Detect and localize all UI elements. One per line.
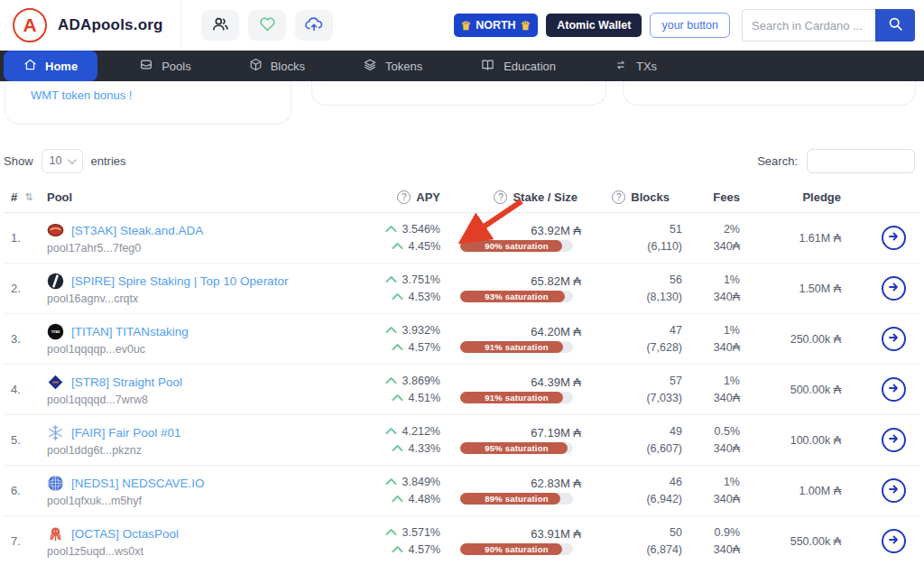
txs-icon — [614, 59, 628, 74]
your-button[interactable]: your button — [650, 13, 730, 38]
blocks-cell: 56(8,130) — [583, 272, 682, 306]
pledge-cell: 100.00k ₳ — [740, 434, 866, 447]
search-label: Search: — [757, 154, 798, 168]
main-nav: HomePoolsBlocksTokensEducationTXs — [0, 51, 924, 81]
pool-id: pool1qqqqd...7wrw8 — [47, 394, 318, 406]
pool-logo-icon: TITAN — [47, 323, 64, 340]
apy-up-icon — [392, 289, 403, 306]
pool-logo-icon — [47, 374, 64, 391]
nav-item-home[interactable]: Home — [4, 51, 97, 81]
arrow-right-icon — [887, 533, 900, 549]
arrow-right-icon — [887, 382, 900, 397]
search-button[interactable] — [875, 9, 915, 42]
apy-up-icon — [392, 339, 403, 357]
fees-cell: 2%340₳ — [682, 221, 740, 255]
brand[interactable]: A ADApools.org — [13, 8, 180, 42]
help-icon[interactable]: ? — [397, 190, 411, 204]
upload-button[interactable] — [295, 10, 333, 41]
north-button[interactable]: ♛ NORTH ♛ — [454, 14, 539, 37]
nav-item-blocks[interactable]: Blocks — [233, 51, 321, 81]
nav-item-tokens[interactable]: Tokens — [346, 51, 439, 81]
pool-id: pool1qqqqp...ev0uc — [47, 343, 318, 356]
column-header-blocks[interactable]: ? Blocks — [583, 190, 682, 204]
north-label: NORTH — [476, 19, 515, 32]
column-header-pool[interactable]: Pool — [47, 190, 318, 204]
row-number: 2. — [4, 282, 47, 295]
saturation-label: 93% saturation — [460, 291, 573, 302]
atomic-wallet-button[interactable]: Atomic Wallet — [546, 14, 642, 37]
table-search-input[interactable] — [807, 149, 915, 173]
fees-cell: 1%340₳ — [682, 322, 740, 357]
stake-cell: 65.82M ₳93% saturation — [440, 274, 583, 302]
pool-logo-icon — [47, 273, 64, 290]
column-header-num[interactable]: # ⇅ — [4, 190, 47, 204]
promo-card: WMT token bonus ! — [5, 81, 291, 125]
brand-text: ADApools.org — [58, 16, 163, 34]
pool-detail-button[interactable] — [882, 478, 906, 503]
nav-item-txs[interactable]: TXs — [597, 51, 673, 81]
pool-logo-icon — [47, 475, 64, 492]
nav-item-education[interactable]: Education — [464, 51, 572, 81]
pool-detail-button[interactable] — [882, 529, 906, 553]
saturation-bar: 90% saturation — [460, 240, 573, 252]
saturation-bar: 91% saturation — [460, 392, 573, 403]
favorites-button[interactable] — [248, 10, 286, 41]
pool-detail-button[interactable] — [882, 428, 906, 452]
pool-link[interactable]: [TITAN] TITANstaking — [71, 325, 189, 338]
apy-up-icon — [392, 238, 403, 255]
column-header-stake[interactable]: ? Stake / Size — [440, 190, 583, 204]
cardano-search-input[interactable] — [742, 9, 875, 42]
saturation-bar: 95% saturation — [460, 442, 573, 454]
saturation-bar: 90% saturation — [460, 543, 573, 555]
apy-up-icon — [385, 322, 397, 339]
pool-detail-button[interactable] — [882, 276, 906, 301]
pool-link[interactable]: [SPIRE] Spire Staking | Top 10 Operator — [71, 274, 288, 288]
stake-cell: 62.83M ₳89% saturation — [440, 477, 583, 505]
arrow-right-icon — [887, 230, 900, 245]
saturation-label: 90% saturation — [460, 240, 573, 252]
pool-link[interactable]: [STR8] Straight Pool — [71, 375, 182, 389]
help-icon[interactable]: ? — [494, 190, 507, 204]
pledge-cell: 1.50M ₳ — [740, 282, 866, 295]
pool-detail-button[interactable] — [882, 226, 906, 250]
apy-up-icon — [385, 423, 397, 440]
cloud-upload-icon — [305, 16, 323, 34]
pool-id: pool17ahr5...7feg0 — [47, 242, 318, 255]
pool-link[interactable]: [OCTAS] OctasPool — [71, 527, 179, 541]
page-size-select[interactable]: 10 — [42, 149, 83, 173]
header-right: ♛ NORTH ♛ Atomic Wallet your button — [454, 9, 916, 42]
pool-link[interactable]: [FAIR] Fair Pool #01 — [71, 426, 181, 440]
nav-item-pools[interactable]: Pools — [123, 51, 208, 81]
apy-cell: 4.212%4.33% — [318, 423, 440, 458]
delegators-button[interactable] — [201, 10, 239, 41]
pool-cell: [SPIRE] Spire Staking | Top 10 Operatorp… — [47, 273, 318, 305]
column-header-apy[interactable]: ? APY — [318, 190, 440, 204]
fees-cell: 1%340₳ — [682, 373, 740, 407]
pool-link[interactable]: [ST3AK] Steak.and.ADA — [71, 224, 203, 237]
pool-detail-button[interactable] — [882, 327, 906, 351]
pledge-cell: 250.00k ₳ — [740, 333, 866, 346]
wmt-bonus-link[interactable]: WMT token bonus ! — [31, 88, 132, 102]
column-header-fees[interactable]: Fees — [682, 190, 740, 204]
table-row: 7.[OCTAS] OctasPoolpool1z5uqd...ws0xt3.5… — [4, 516, 920, 565]
top-header: A ADApools.org — [0, 0, 924, 51]
show-label: Show — [4, 154, 33, 168]
apy-cell: 3.932%4.57% — [318, 322, 440, 357]
pool-detail-button[interactable] — [882, 377, 906, 402]
fees-cell: 1%340₳ — [682, 272, 740, 306]
stake-value: 64.20M ₳ — [440, 325, 583, 338]
apy-up-icon — [392, 440, 403, 458]
blocks-cell: 47(7,628) — [583, 322, 682, 357]
pools-icon — [139, 58, 153, 74]
action-cell — [866, 428, 920, 452]
row-number: 7. — [4, 534, 47, 548]
pool-id: pool1z5uqd...ws0xt — [47, 545, 318, 558]
apy-cell: 3.571%4.57% — [318, 524, 440, 559]
tokens-icon — [363, 58, 377, 74]
help-icon[interactable]: ? — [612, 190, 625, 204]
stake-value: 62.83M ₳ — [440, 477, 583, 490]
action-cell — [866, 276, 920, 301]
pool-link[interactable]: [NEDS1] NEDSCAVE.IO — [71, 477, 205, 490]
column-header-pledge[interactable]: Pledge — [740, 190, 866, 204]
action-cell — [866, 529, 920, 553]
